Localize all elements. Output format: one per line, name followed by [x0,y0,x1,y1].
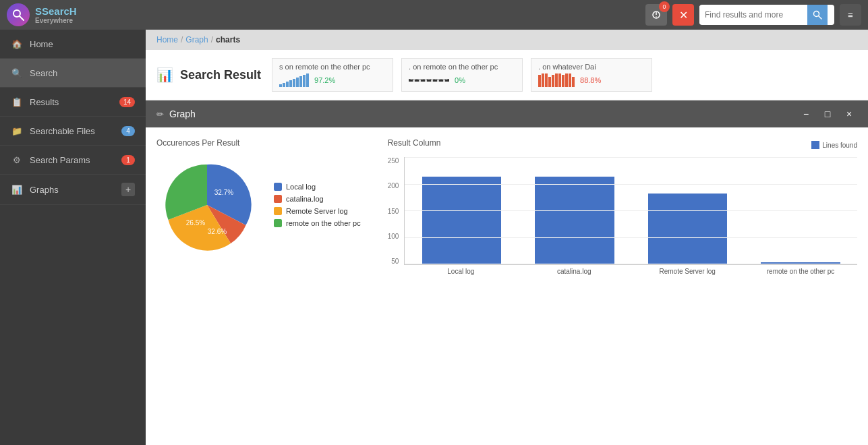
bar-catalina [535,177,614,264]
pie-label-catalina: 32.6% [208,228,227,235]
logo-icon [7,3,30,26]
svg-point-5 [814,11,819,17]
app-subtitle: Everywhere [35,17,77,24]
sidebar-item-graphs[interactable]: 📊 Graphs + [0,175,146,205]
bar-mini [293,79,295,87]
close-button[interactable]: ✕ [672,4,694,26]
global-search-button[interactable] [807,5,828,25]
y-label-200: 200 [388,182,399,189]
home-icon: 🏠 [11,38,23,50]
bar-mini [306,73,309,87]
legend-color-remote-other [274,219,282,227]
breadcrumb-home[interactable]: Home [156,35,178,44]
graphs-icon: 📊 [11,183,23,196]
legend-item-remote-other: remote on the other pc [274,219,361,227]
sidebar-label-searchable-files: Searchable Files [30,126,115,136]
bar-chart-title: Result Column [388,138,441,148]
breadcrumb: Home / Graph / charts [146,30,868,50]
files-icon: 📁 [11,125,23,137]
result-card-3-pct: 88.8% [580,76,601,84]
pie-legend: Local log catalina.log Remote Server log [274,183,361,227]
bar-xlabel-remote-server: Remote Server log [631,265,744,275]
bar-chart-bars [404,157,857,265]
bar-mini [558,73,561,87]
charts-row: Occurences Per Result [156,138,857,275]
global-search-input[interactable] [699,6,807,24]
result-card-2-stats: 0% [409,73,515,87]
pie-chart-svg: 32.7% 26.5% 32.6% [156,154,258,256]
bar-remote-other [761,262,840,264]
bar-xlabel-remote-other: remote on the other pc [744,265,857,275]
result-card-2-label: . on remote on the other pc [409,63,515,71]
legend-item-catalina: catalina.log [274,195,361,203]
y-label-50: 50 [388,258,399,265]
result-card-2[interactable]: . on remote on the other pc 0% [401,58,523,92]
global-search [699,5,834,25]
result-card-1-stats: 97.2% [279,73,386,87]
bar-legend-color [811,141,819,149]
sidebar-item-search[interactable]: 🔍 Search [0,59,146,88]
dashed-line [409,79,449,82]
sidebar-label-graphs: Graphs [30,185,115,195]
main-layout: 🏠 Home 🔍 Search 📋 Results 14 📁 Searchabl… [0,30,868,445]
bar-mini [542,73,544,87]
pie-label-remote-server: 26.5% [186,219,205,227]
sidebar-label-home: Home [30,39,135,49]
legend-label-catalina: catalina.log [286,195,324,203]
sidebar-item-results[interactable]: 📋 Results 14 [0,88,146,117]
y-label-250: 250 [388,157,399,165]
app-logo: SSearcH Everywhere [7,3,77,26]
search-params-badge: 1 [121,155,135,165]
breadcrumb-sep-1: / [181,35,183,44]
graph-close-button[interactable]: × [841,106,857,122]
result-card-3-label: . on whatever Dai [538,63,645,71]
header-actions: 0 ✕ ≡ [645,4,861,26]
y-label-150: 150 [388,208,399,215]
bar-mini [289,80,292,87]
breadcrumb-graph[interactable]: Graph [185,35,208,44]
result-card-1[interactable]: s on remote on the other pc [272,58,393,92]
bar-group-catalina [518,157,631,264]
bar-xlabel-catalina: catalina.log [517,265,631,275]
result-card-2-pct: 0% [455,76,465,84]
bar-chart-section: Result Column Lines found 250 200 150 [388,138,857,275]
bar-mini [286,82,289,87]
result-card-1-label: s on remote on the other pc [279,63,386,71]
svg-line-6 [819,16,821,19]
app-name: SSearcH [35,5,77,17]
notification-badge: 0 [659,1,670,12]
graph-maximize-button[interactable]: □ [819,106,836,122]
result-title-icon: 📊 [156,67,173,83]
params-icon: ⚙ [11,154,23,166]
result-card-3[interactable]: . on whatever Dai [531,58,652,92]
sidebar-label-search: Search [30,68,135,78]
result-card-3-stats: 88.8% [538,73,645,87]
graph-panel-header: ✏ Graph − □ × [146,100,868,127]
bar-mini [552,75,554,87]
y-label-100: 100 [388,233,399,240]
notifications-button[interactable]: 0 [645,4,667,26]
sidebar: 🏠 Home 🔍 Search 📋 Results 14 📁 Searchabl… [0,30,146,445]
searchable-files-badge: 4 [121,126,135,136]
bar-chart-legend: Lines found [811,141,857,149]
pie-container: 32.7% 26.5% 32.6% Local log [156,154,361,256]
graphs-add-button[interactable]: + [121,183,135,196]
bar-mini [538,75,541,87]
bar-mini [279,84,282,87]
bar-mini [555,73,558,87]
svg-point-4 [656,16,657,18]
breadcrumb-current: charts [216,35,240,44]
graph-minimize-button[interactable]: − [798,106,814,122]
sidebar-item-searchable-files[interactable]: 📁 Searchable Files 4 [0,117,146,146]
search-icon: 🔍 [11,67,23,79]
bar-legend-label: Lines found [822,142,857,149]
result-card-1-pct: 97.2% [314,76,335,84]
graph-panel-title: Graph [169,109,792,119]
bar-mini [283,83,285,87]
sidebar-item-search-params[interactable]: ⚙ Search Params 1 [0,146,146,175]
result-card-1-bar [279,73,309,87]
bar-chart-yaxis: 250 200 150 100 50 [388,157,405,265]
bar-group-remote-other [744,157,857,264]
sidebar-item-home[interactable]: 🏠 Home [0,30,146,59]
menu-button[interactable]: ≡ [840,4,861,26]
